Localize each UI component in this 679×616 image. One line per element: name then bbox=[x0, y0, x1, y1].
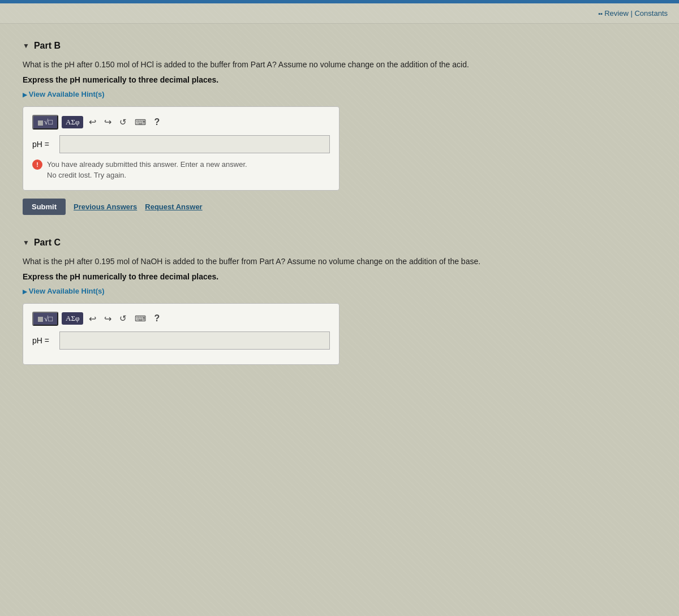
part-b-answer-box: √□ ΑΣφ ↩ ↪ ↺ ⌨ ? pH = ! You have already… bbox=[23, 106, 340, 191]
part-b-question: What is the pH after 0.150 mol of HCl is… bbox=[23, 59, 487, 71]
part-b-request-answer-link[interactable]: Request Answer bbox=[145, 203, 202, 211]
part-b-instructions: Express the pH numerically to three deci… bbox=[23, 75, 487, 84]
part-b-actions-row: Submit Previous Answers Request Answer bbox=[23, 199, 487, 215]
part-b-warning: ! You have already submitted this answer… bbox=[32, 159, 330, 181]
part-b-submit-button[interactable]: Submit bbox=[23, 199, 66, 215]
part-c-collapse-arrow[interactable]: ▼ bbox=[23, 239, 29, 247]
main-content: ▼ Part B What is the pH after 0.150 mol … bbox=[0, 24, 509, 410]
part-b-keyboard-button[interactable]: ⌨ bbox=[132, 117, 148, 128]
part-c-answer-input[interactable] bbox=[59, 331, 330, 350]
part-b-section: ▼ Part B What is the pH after 0.150 mol … bbox=[23, 41, 487, 215]
part-c-reset-button[interactable]: ↺ bbox=[117, 312, 129, 325]
part-b-answer-input[interactable] bbox=[59, 135, 330, 153]
part-b-warning-text: You have already submitted this answer. … bbox=[47, 159, 247, 181]
part-c-ph-label: pH = bbox=[32, 336, 55, 345]
part-c-title: Part C bbox=[34, 238, 61, 248]
part-b-collapse-arrow[interactable]: ▼ bbox=[23, 42, 29, 50]
part-c-question: What is the pH after 0.195 mol of NaOH i… bbox=[23, 256, 487, 268]
review-constants-link[interactable]: Review | Constants bbox=[598, 9, 668, 18]
part-b-title: Part B bbox=[34, 41, 61, 51]
part-b-previous-answers-link[interactable]: Previous Answers bbox=[74, 203, 137, 211]
part-b-warning-icon: ! bbox=[32, 160, 42, 170]
part-c-header: ▼ Part C bbox=[23, 238, 487, 248]
small-square-icon bbox=[38, 120, 43, 126]
part-c-toolbar: √□ ΑΣφ ↩ ↪ ↺ ⌨ ? bbox=[32, 312, 330, 326]
part-b-symbol-button[interactable]: ΑΣφ bbox=[62, 116, 83, 128]
part-c-hint-link[interactable]: View Available Hint(s) bbox=[23, 287, 487, 295]
review-bar: Review | Constants bbox=[0, 3, 679, 24]
part-c-undo-button[interactable]: ↩ bbox=[87, 312, 98, 325]
part-c-keyboard-button[interactable]: ⌨ bbox=[132, 313, 148, 324]
part-b-hint-link[interactable]: View Available Hint(s) bbox=[23, 90, 487, 98]
part-c-math-button[interactable]: √□ bbox=[32, 312, 58, 326]
part-b-ph-label: pH = bbox=[32, 140, 55, 149]
sqrt-symbol: √□ bbox=[44, 118, 53, 126]
part-b-help-button[interactable]: ? bbox=[152, 116, 162, 128]
part-c-answer-box: √□ ΑΣφ ↩ ↪ ↺ ⌨ ? pH = bbox=[23, 303, 340, 365]
part-c-instructions: Express the pH numerically to three deci… bbox=[23, 272, 487, 281]
part-b-input-row: pH = bbox=[32, 135, 330, 153]
part-c-redo-button[interactable]: ↪ bbox=[102, 312, 114, 325]
part-b-toolbar: √□ ΑΣφ ↩ ↪ ↺ ⌨ ? bbox=[32, 115, 330, 130]
part-b-redo-button[interactable]: ↪ bbox=[102, 115, 114, 128]
part-b-math-button[interactable]: √□ bbox=[32, 115, 58, 130]
part-b-reset-button[interactable]: ↺ bbox=[117, 116, 129, 128]
part-c-symbol-button[interactable]: ΑΣφ bbox=[62, 312, 83, 325]
part-c-section: ▼ Part C What is the pH after 0.195 mol … bbox=[23, 238, 487, 365]
part-c-small-square-icon bbox=[38, 317, 43, 322]
part-b-header: ▼ Part B bbox=[23, 41, 487, 51]
part-c-help-button[interactable]: ? bbox=[152, 312, 162, 325]
part-b-undo-button[interactable]: ↩ bbox=[87, 115, 98, 128]
part-c-input-row: pH = bbox=[32, 331, 330, 350]
part-c-sqrt-symbol: √□ bbox=[44, 315, 53, 323]
